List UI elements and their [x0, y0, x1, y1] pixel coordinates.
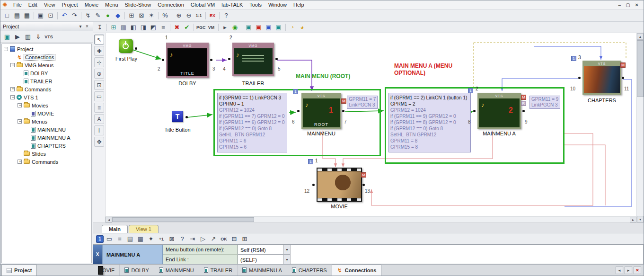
effect-tool-icon[interactable]: ✦: [146, 234, 156, 244]
scroll-thumb[interactable]: [637, 40, 644, 97]
expander-icon[interactable]: [10, 95, 15, 99]
connector-dot[interactable]: [473, 110, 476, 112]
label-a-tool-icon[interactable]: A: [94, 114, 104, 124]
menu-globalvm[interactable]: Global VM: [187, 1, 218, 8]
scroll-left-icon[interactable]: ◂: [106, 217, 112, 223]
jump-tool-icon[interactable]: ⇥: [188, 234, 197, 244]
collapse-icon[interactable]: ⊟: [229, 234, 239, 244]
pan-tool-icon[interactable]: ✥: [94, 137, 104, 147]
footer-tab-dolby[interactable]: DOLBY: [119, 265, 153, 276]
tree-item-vmg-menus[interactable]: VMG Menus: [2, 61, 91, 69]
list-tool-icon[interactable]: ≡: [115, 234, 124, 244]
compile-icon[interactable]: ▸: [221, 23, 230, 32]
tab-next-icon[interactable]: ▸: [625, 267, 632, 274]
tree-item-mainmenu-a[interactable]: MAINMENU A: [2, 134, 91, 142]
tree-item-trailer[interactable]: TRAILER: [2, 77, 91, 85]
chevron-down-icon[interactable]: [283, 245, 290, 254]
scroll-right-icon[interactable]: ▸: [630, 217, 636, 223]
expand-icon[interactable]: ⊞: [240, 234, 249, 244]
dvd-disc-icon[interactable]: ◉: [230, 23, 240, 32]
chip-pg-icon[interactable]: ▣: [274, 23, 283, 32]
render-preview-icon[interactable]: ◆: [113, 11, 123, 20]
tree-item-dolby[interactable]: DOLBY: [2, 69, 91, 77]
paste-icon[interactable]: ⊡: [46, 11, 55, 20]
property-close-button[interactable]: X: [93, 245, 102, 264]
canvas-horizontal-scrollbar[interactable]: ◂ ▸: [106, 216, 636, 223]
close-box-icon[interactable]: ⊠: [167, 234, 176, 244]
wizard-icon[interactable]: ✶: [147, 11, 156, 20]
tree-item-commands-2[interactable]: Commands: [2, 158, 91, 166]
pin-icon[interactable]: ↧: [95, 23, 105, 32]
delete-object-icon[interactable]: ✖: [172, 23, 182, 32]
expander-icon[interactable]: [4, 47, 8, 51]
zoom-tool-icon[interactable]: ⊕: [94, 69, 104, 79]
unlink-tool-icon[interactable]: ⊹: [94, 57, 104, 67]
footer-tab-movie[interactable]: MOVIE: [93, 265, 119, 276]
connector-dot[interactable]: [162, 59, 164, 61]
connection-canvas[interactable]: if (GPRM0 == 1) LinkPGCN 3GPRM0 = 1GPRM1…: [106, 33, 636, 216]
chevron-down-icon[interactable]: [283, 255, 290, 264]
row-list-icon[interactable]: ≡: [159, 23, 168, 32]
node-trailer[interactable]: VMG ♪: [232, 43, 274, 76]
note-tool-icon[interactable]: ▭: [94, 91, 104, 101]
chip-menu-icon[interactable]: ▣: [244, 23, 254, 32]
scroll-up-icon[interactable]: ▴: [637, 33, 644, 40]
menu-tools[interactable]: Tools: [246, 1, 265, 8]
zoom-out-icon[interactable]: ⊖: [184, 11, 194, 20]
connector-dot[interactable]: [312, 184, 315, 186]
zoom-in-icon[interactable]: ⊕: [174, 11, 184, 20]
link-mode-icon[interactable]: ↯: [83, 11, 93, 20]
tree-item-commands[interactable]: Commands: [2, 85, 91, 93]
simulate-icon[interactable]: ●: [103, 11, 113, 20]
clock-start-icon[interactable]: ◔: [288, 23, 297, 32]
panel-dropdown-icon[interactable]: ▾: [77, 24, 84, 29]
tree-item-slides[interactable]: Slides: [2, 150, 91, 158]
menu-slideshow[interactable]: Slide-Show: [122, 1, 155, 8]
connector-dot[interactable]: [342, 110, 344, 112]
vm-commands-root[interactable]: if (GPRM0 == 1) LinkPGCN 3GPRM0 = 1GPRM1…: [217, 93, 287, 152]
menu-view[interactable]: View: [41, 1, 59, 8]
tree-item-movie[interactable]: MOVIE: [2, 109, 91, 117]
play-tool-icon[interactable]: ▷: [198, 234, 208, 244]
vts-tag-icon[interactable]: VTS: [44, 32, 53, 42]
frame-tool-icon[interactable]: ▭: [105, 234, 114, 244]
menu-button-select[interactable]: Self (RSM): [238, 245, 291, 255]
footer-tab-connections[interactable]: Connections: [332, 265, 382, 276]
grid-tool-icon[interactable]: ▤: [125, 234, 135, 244]
ok-box-icon[interactable]: OK: [219, 234, 229, 244]
menu-table-icon[interactable]: ⊞: [109, 23, 118, 32]
add-movie-icon[interactable]: ▶: [13, 32, 22, 42]
node-mainmenu-a[interactable]: VTS ♪ 2: [477, 93, 521, 129]
connector-dot[interactable]: [185, 116, 188, 118]
redo-icon[interactable]: ↷: [70, 11, 79, 20]
add-slideshow-icon[interactable]: ▥: [23, 32, 33, 42]
chip-ex-icon[interactable]: ▣: [254, 23, 264, 32]
import-icon[interactable]: ⇓: [34, 32, 43, 42]
tab-close-icon[interactable]: ✕: [634, 267, 641, 274]
maximize-icon[interactable]: ▢: [626, 2, 630, 8]
block-tool-icon[interactable]: ▦: [136, 234, 145, 244]
footer-tab-mainmenu[interactable]: MAINMENU: [154, 265, 199, 276]
connector-dot[interactable]: [135, 47, 137, 50]
connector-dot[interactable]: [228, 58, 230, 60]
menu-window[interactable]: Window: [265, 1, 290, 8]
node-mainmenu-root[interactable]: VTS ♪ 1 ROOT: [301, 93, 341, 129]
selected-object-name[interactable]: MAINMENU A: [102, 245, 163, 264]
footer-tab-project[interactable]: Project: [1, 265, 37, 276]
list-tool-icon[interactable]: ≡: [94, 103, 104, 113]
chip-fx-icon[interactable]: ▣: [264, 23, 273, 32]
close-icon[interactable]: ✕: [635, 2, 639, 8]
frame-grid-icon[interactable]: ⊞: [127, 11, 136, 20]
minimize-icon[interactable]: –: [618, 2, 621, 8]
vm-command-icon[interactable]: VM: [207, 23, 216, 32]
expander-icon[interactable]: [18, 119, 22, 124]
storyboard-icon[interactable]: ▥: [119, 23, 128, 32]
expander-icon[interactable]: [18, 160, 22, 164]
ratio-icon[interactable]: %: [160, 11, 170, 20]
title-button-node[interactable]: T: [172, 111, 183, 122]
tab-view-1[interactable]: View 1: [129, 225, 159, 233]
undo-icon[interactable]: ↶: [60, 11, 69, 20]
link-label-root[interactable]: GPRM11 = 7 LinkPGCN 3: [347, 96, 378, 109]
connector-dot[interactable]: [578, 77, 581, 79]
connector-dot[interactable]: [622, 77, 624, 79]
